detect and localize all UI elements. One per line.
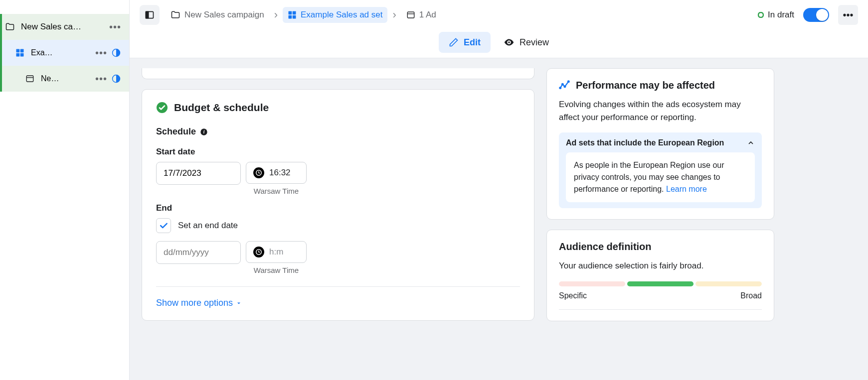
sidebar-item-campaign[interactable]: New Sales ca… ••• [0, 14, 129, 40]
pencil-icon [449, 37, 459, 47]
eu-notice: Ad sets that include the European Region… [559, 132, 762, 208]
campaign-tree-sidebar: New Sales ca… ••• Exa… ••• Ne… ••• [0, 0, 130, 380]
checkbox-label: Set an end date [178, 221, 238, 231]
more-icon[interactable]: ••• [93, 47, 109, 59]
start-date-label: Start date [156, 147, 520, 157]
grid-icon [288, 10, 297, 19]
performance-title: Performance may be affected [576, 80, 715, 91]
status-label: In draft [768, 10, 794, 20]
ad-icon [24, 74, 36, 83]
grid-icon [14, 48, 26, 57]
tab-label: Review [520, 37, 549, 48]
status-icon [109, 74, 123, 83]
previous-card [142, 68, 534, 79]
breadcrumb-adset[interactable]: Example Sales ad set [283, 7, 387, 23]
budget-schedule-card: Budget & schedule Schedule i Start date [142, 89, 534, 321]
more-menu-button[interactable]: ••• [838, 5, 858, 25]
svg-point-17 [758, 12, 763, 17]
svg-rect-3 [20, 53, 24, 57]
ad-icon [406, 10, 415, 19]
sidebar-item-label: Ne… [41, 74, 93, 83]
breadcrumb-label: Example Sales ad set [301, 10, 382, 20]
svg-rect-13 [289, 15, 292, 19]
check-icon [159, 221, 169, 231]
caret-down-icon [236, 300, 242, 306]
svg-rect-1 [20, 49, 24, 53]
tab-edit[interactable]: Edit [439, 32, 491, 53]
chevron-right-icon: › [274, 8, 278, 21]
schedule-section-label: Schedule i [156, 127, 520, 137]
svg-rect-14 [293, 15, 296, 19]
status-icon [109, 48, 123, 57]
end-time-input[interactable]: h:m [246, 241, 307, 263]
timezone-label: Warsaw Time [246, 187, 307, 195]
sidebar-item-ad[interactable]: Ne… ••• [0, 66, 129, 92]
learn-more-link[interactable]: Learn more [666, 185, 707, 193]
svg-text:i: i [203, 129, 205, 134]
svg-rect-0 [16, 49, 20, 53]
chevron-up-icon [747, 139, 755, 147]
time-placeholder: h:m [269, 247, 283, 257]
sidebar-item-adset[interactable]: Exa… ••• [0, 40, 129, 66]
status-badge: In draft [758, 10, 794, 20]
eu-notice-body: As people in the European Region use our… [566, 152, 755, 202]
performance-card: Performance may be affected Evolving cha… [546, 68, 774, 220]
end-date-input[interactable] [156, 241, 241, 264]
breadcrumb-label: 1 Ad [419, 10, 436, 20]
audience-title: Audience definition [559, 241, 762, 253]
sidebar-item-label: New Sales ca… [21, 22, 107, 32]
timezone-label: Warsaw Time [246, 266, 307, 274]
eu-notice-toggle[interactable]: Ad sets that include the European Region [566, 138, 755, 152]
info-icon[interactable]: i [200, 128, 208, 136]
clock-icon [253, 167, 264, 178]
divider [156, 286, 520, 287]
trend-icon [559, 80, 570, 91]
breadcrumb-campaign[interactable]: New Sales campaign [166, 7, 269, 23]
svg-point-25 [564, 86, 566, 87]
clock-icon [253, 247, 264, 257]
sidebar-item-label: Exa… [31, 48, 93, 57]
audience-definition-card: Audience definition Your audience select… [546, 230, 774, 321]
more-icon[interactable]: ••• [107, 21, 123, 33]
svg-rect-11 [289, 11, 292, 15]
show-more-options-link[interactable]: Show more options [156, 298, 520, 308]
folder-icon [4, 22, 16, 32]
chevron-right-icon: › [392, 8, 396, 21]
svg-point-24 [562, 83, 563, 85]
more-icon[interactable]: ••• [93, 73, 109, 85]
audience-body: Your audience selection is fairly broad. [559, 259, 762, 272]
check-circle-icon [156, 102, 168, 114]
status-dot-icon [758, 12, 764, 18]
svg-point-26 [568, 81, 569, 82]
breadcrumb-label: New Sales campaign [184, 10, 264, 20]
breadcrumb-ad[interactable]: 1 Ad [401, 7, 441, 23]
tab-label: Edit [464, 37, 481, 48]
active-toggle[interactable] [803, 8, 829, 22]
svg-rect-15 [407, 12, 414, 18]
page-header: New Sales campaign › Example Sales ad se… [130, 0, 868, 58]
folder-icon [171, 10, 180, 20]
eye-icon [504, 37, 515, 48]
audience-gauge [559, 281, 762, 286]
start-date-input[interactable] [156, 162, 241, 185]
tab-review[interactable]: Review [494, 32, 559, 53]
breadcrumb: New Sales campaign › Example Sales ad se… [166, 7, 752, 23]
panel-toggle-button[interactable] [140, 5, 160, 25]
svg-point-23 [559, 87, 561, 89]
card-title: Budget & schedule [174, 102, 269, 114]
svg-rect-10 [146, 11, 149, 18]
svg-rect-5 [26, 76, 33, 82]
gauge-labels: Specific Broad [559, 291, 762, 300]
start-time-input[interactable]: 16:32 [246, 162, 307, 184]
divider [559, 309, 762, 310]
end-label: End [156, 203, 520, 213]
svg-rect-12 [293, 11, 296, 15]
svg-rect-2 [16, 53, 20, 57]
set-end-date-checkbox[interactable] [156, 218, 171, 233]
time-value: 16:32 [269, 168, 291, 178]
performance-body: Evolving changes within the ads ecosyste… [559, 98, 762, 125]
